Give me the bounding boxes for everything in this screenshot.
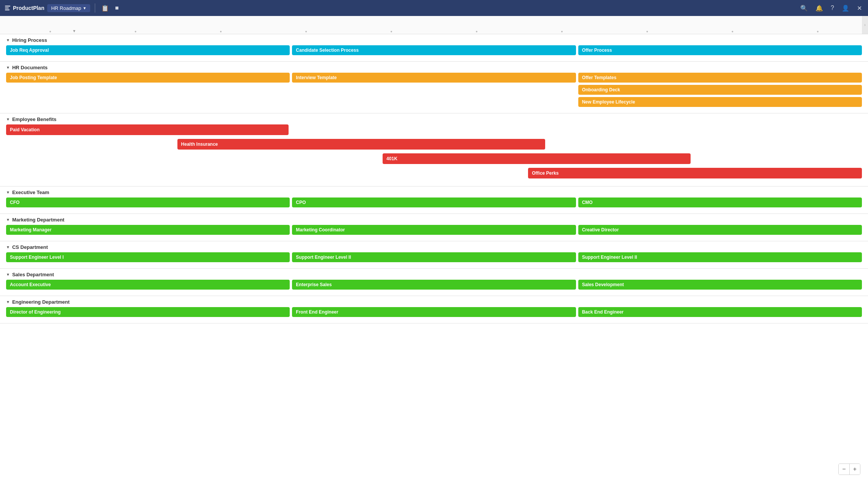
- benefit-row: Health Insurance: [6, 139, 862, 152]
- bar-item[interactable]: Support Engineer Level II: [578, 252, 862, 262]
- bar-item[interactable]: CPO: [292, 197, 576, 207]
- section-cs-department: ▼CS DepartmentSupport Engineer Level ISu…: [0, 241, 868, 269]
- chevron-down-icon: ▼: [6, 38, 10, 42]
- svg-rect-0: [5, 6, 10, 6]
- bar-item[interactable]: Offer Process: [578, 45, 862, 55]
- bar-item[interactable]: Enterprise Sales: [292, 280, 576, 290]
- brand-logo[interactable]: ProductPlan: [5, 5, 44, 11]
- section-rows-engineering-department: Director of EngineeringFront End Enginee…: [6, 307, 862, 323]
- nav-right-icons: 🔍 🔔 ? 👤 ✕: [799, 3, 863, 13]
- section-label: Employee Benefits: [12, 116, 56, 122]
- row-grid: Account ExecutiveEnterprise SalesSales D…: [6, 280, 862, 290]
- section-rows-hr-documents: Job Posting TemplateInterview TemplateOf…: [6, 73, 862, 113]
- user-icon[interactable]: 👤: [840, 3, 851, 13]
- bar-item[interactable]: New Employee Lifecycle: [578, 97, 862, 107]
- app-name-button[interactable]: HR Roadmap ▼: [47, 4, 90, 12]
- top-navigation: ProductPlan HR Roadmap ▼ 📋 ■ 🔍 🔔 ? 👤 ✕: [0, 0, 868, 16]
- timeline-dot: [561, 31, 563, 32]
- timeline-dot: [49, 31, 51, 32]
- close-icon[interactable]: ✕: [855, 3, 863, 13]
- section-rows-cs-department: Support Engineer Level ISupport Engineer…: [6, 252, 862, 268]
- section-label: CS Department: [12, 244, 48, 250]
- section-header-engineering-department[interactable]: ▼Engineering Department: [6, 296, 862, 307]
- collapse-sidebar-button[interactable]: ›: [862, 16, 868, 34]
- section-header-executive-team[interactable]: ▼Executive Team: [6, 186, 862, 197]
- bar-item[interactable]: [292, 85, 576, 95]
- bar-item[interactable]: Front End Engineer: [292, 307, 576, 317]
- zoom-controls: − +: [838, 463, 860, 475]
- search-icon[interactable]: 🔍: [799, 3, 809, 13]
- bar-item[interactable]: Support Engineer Level I: [6, 252, 290, 262]
- bell-icon[interactable]: 🔔: [814, 3, 825, 13]
- timeline-dot: [220, 31, 222, 32]
- timeline-dot: [305, 31, 307, 32]
- clipboard-icon[interactable]: 📋: [100, 3, 110, 13]
- section-label: Hiring Process: [12, 37, 47, 43]
- timeline-dot: [732, 31, 733, 32]
- section-rows-employee-benefits: Paid VacationHealth Insurance401KOffice …: [6, 124, 862, 186]
- chevron-down-icon: ▼: [6, 218, 10, 222]
- row-grid: CFOCPOCMO: [6, 197, 862, 207]
- presentation-icon[interactable]: ■: [113, 3, 120, 13]
- svg-rect-2: [5, 10, 10, 10]
- bar-item[interactable]: Offer Templates: [578, 73, 862, 83]
- bar-item[interactable]: Director of Engineering: [6, 307, 290, 317]
- dropdown-chevron-icon: ▼: [83, 6, 86, 10]
- bar-item[interactable]: CFO: [6, 197, 290, 207]
- bar-item[interactable]: Support Engineer Level II: [292, 252, 576, 262]
- timeline-dot: [476, 31, 477, 32]
- benefit-bar[interactable]: Health Insurance: [177, 139, 546, 150]
- section-rows-marketing-department: Marketing ManagerMarketing CoordinatorCr…: [6, 225, 862, 241]
- timeline-dot: [646, 31, 648, 32]
- timeline-arrow-icon: ▼: [72, 29, 76, 33]
- timeline-header: ▼ ›: [0, 16, 868, 34]
- benefits-container: Paid VacationHealth Insurance401KOffice …: [6, 124, 862, 181]
- bar-item[interactable]: Sales Development: [578, 280, 862, 290]
- benefit-bar[interactable]: Paid Vacation: [6, 124, 289, 135]
- section-executive-team: ▼Executive TeamCFOCPOCMO: [0, 186, 868, 214]
- bar-item[interactable]: Marketing Coordinator: [292, 225, 576, 235]
- zoom-in-button[interactable]: +: [849, 464, 860, 475]
- zoom-out-button[interactable]: −: [839, 464, 849, 475]
- timeline-dots: [0, 31, 868, 34]
- bar-item[interactable]: Account Executive: [6, 280, 290, 290]
- bar-item[interactable]: Job Posting Template: [6, 73, 290, 83]
- section-header-employee-benefits[interactable]: ▼Employee Benefits: [6, 113, 862, 124]
- section-header-hiring-process[interactable]: ▼Hiring Process: [6, 34, 862, 45]
- section-header-hr-documents[interactable]: ▼HR Documents: [6, 62, 862, 73]
- bar-item[interactable]: [6, 85, 290, 95]
- section-marketing-department: ▼Marketing DepartmentMarketing ManagerMa…: [0, 214, 868, 241]
- chevron-down-icon: ▼: [6, 117, 10, 121]
- section-rows-executive-team: CFOCPOCMO: [6, 197, 862, 213]
- row-grid: Onboarding Deck: [6, 85, 862, 95]
- bar-item[interactable]: Candidate Selection Process: [292, 45, 576, 55]
- main-content: ▼ › ▼Hiring ProcessJob Req ApprovalCandi…: [0, 16, 868, 481]
- row-grid: Marketing ManagerMarketing CoordinatorCr…: [6, 225, 862, 235]
- section-header-marketing-department[interactable]: ▼Marketing Department: [6, 214, 862, 225]
- section-header-sales-department[interactable]: ▼Sales Department: [6, 269, 862, 280]
- row-grid: Director of EngineeringFront End Enginee…: [6, 307, 862, 317]
- bar-item[interactable]: [6, 97, 290, 107]
- bar-item[interactable]: Back End Engineer: [578, 307, 862, 317]
- bar-item[interactable]: CMO: [578, 197, 862, 207]
- section-hiring-process: ▼Hiring ProcessJob Req ApprovalCandidate…: [0, 34, 868, 62]
- bar-item[interactable]: Marketing Manager: [6, 225, 290, 235]
- benefit-bar[interactable]: 401K: [383, 153, 691, 164]
- section-label: Marketing Department: [12, 217, 64, 223]
- section-hr-documents: ▼HR DocumentsJob Posting TemplateIntervi…: [0, 62, 868, 113]
- bar-item[interactable]: [292, 97, 576, 107]
- svg-rect-1: [5, 8, 9, 8]
- section-header-cs-department[interactable]: ▼CS Department: [6, 241, 862, 252]
- benefit-bar[interactable]: Office Perks: [528, 168, 862, 178]
- row-grid: Job Req ApprovalCandidate Selection Proc…: [6, 45, 862, 55]
- benefit-row: Paid Vacation: [6, 124, 862, 137]
- section-label: Engineering Department: [12, 299, 70, 305]
- section-sales-department: ▼Sales DepartmentAccount ExecutiveEnterp…: [0, 269, 868, 296]
- bar-item[interactable]: Interview Template: [292, 73, 576, 83]
- bar-item[interactable]: Job Req Approval: [6, 45, 290, 55]
- bar-item[interactable]: Creative Director: [578, 225, 862, 235]
- bar-item[interactable]: Onboarding Deck: [578, 85, 862, 95]
- sections-container: ▼Hiring ProcessJob Req ApprovalCandidate…: [0, 34, 868, 323]
- help-icon[interactable]: ?: [829, 3, 836, 13]
- section-rows-sales-department: Account ExecutiveEnterprise SalesSales D…: [6, 280, 862, 296]
